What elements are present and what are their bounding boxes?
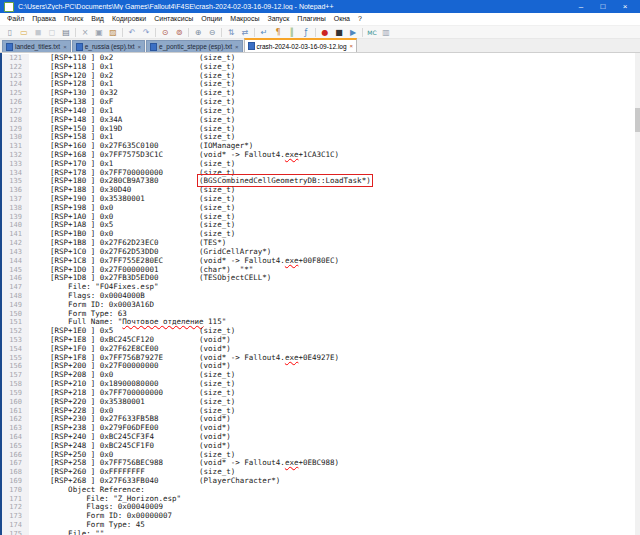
tab-2[interactable]: e_russia (esp).txt× bbox=[72, 40, 145, 52]
tab-label: e_russia (esp).txt bbox=[85, 43, 135, 50]
record-macro-icon[interactable]: ● bbox=[319, 27, 331, 38]
menu-item-7[interactable]: Опции bbox=[197, 13, 226, 25]
line-number: 157 bbox=[2, 371, 29, 380]
line-number: 121 bbox=[2, 54, 29, 63]
menu-item-12[interactable]: ? bbox=[354, 13, 366, 25]
line-number: 146 bbox=[2, 274, 29, 283]
line-number: 124 bbox=[2, 80, 29, 89]
file-icon bbox=[150, 43, 157, 51]
tab-label: crash-2024-02-03-16-09-12.log bbox=[257, 43, 347, 50]
line-number: 152 bbox=[2, 327, 29, 336]
toolbar-separator bbox=[362, 28, 363, 37]
menu-item-10[interactable]: Плагины bbox=[293, 13, 329, 25]
line-number: 127 bbox=[2, 107, 29, 116]
line-number: 165 bbox=[2, 442, 29, 451]
menu-item-3[interactable]: Поиск bbox=[60, 13, 87, 25]
line-number: 134 bbox=[2, 169, 29, 178]
print-icon[interactable]: ▤ bbox=[60, 27, 72, 38]
paste-icon[interactable]: ▨ bbox=[107, 27, 119, 38]
sync-vertical-icon[interactable]: ⇅ bbox=[225, 27, 237, 38]
line-number: 147 bbox=[2, 283, 29, 292]
menu-item-11[interactable]: Окна bbox=[330, 13, 354, 25]
save-icon[interactable]: ◼ bbox=[32, 27, 44, 38]
line-number: 175 bbox=[2, 530, 29, 535]
tab-close-icon[interactable]: × bbox=[63, 44, 67, 50]
line-number: 149 bbox=[2, 301, 29, 310]
menu-item-2[interactable]: Правка bbox=[28, 13, 60, 25]
function-list-icon[interactable]: ƒ bbox=[300, 27, 312, 38]
line-number: 142 bbox=[2, 239, 29, 248]
zoom-out-icon[interactable]: ⊖ bbox=[206, 27, 218, 38]
line-number: 163 bbox=[2, 424, 29, 433]
maximize-button[interactable]: □ bbox=[592, 0, 614, 13]
copy-icon[interactable]: ▣ bbox=[93, 27, 105, 38]
editor-line[interactable]: 175 File: "" bbox=[2, 530, 634, 535]
spellcheck-underline: Почтовое отделение bbox=[122, 317, 203, 326]
spellcheck-underline: exe bbox=[285, 353, 299, 362]
line-number: 148 bbox=[2, 292, 29, 301]
minimize-button[interactable]: – bbox=[570, 0, 592, 13]
new-file-icon[interactable]: ▯ bbox=[4, 27, 16, 38]
find-icon[interactable]: ⊙ bbox=[159, 27, 171, 38]
menu-item-5[interactable]: Кодировки bbox=[108, 13, 150, 25]
crash-highlight-box: (BGSCombinedCellGeometryDB::LoadTask*) bbox=[199, 176, 371, 185]
word-wrap-icon[interactable]: ↵ bbox=[258, 27, 270, 38]
tab-4[interactable]: crash-2024-02-03-16-09-12.log× bbox=[244, 38, 358, 52]
line-number: 123 bbox=[2, 72, 29, 81]
line-number: 130 bbox=[2, 133, 29, 142]
line-number: 141 bbox=[2, 230, 29, 239]
line-number: 135 bbox=[2, 177, 29, 186]
vertical-scrollbar[interactable] bbox=[635, 53, 640, 535]
tab-3[interactable]: e_pontic_steppe (esp).txt× bbox=[146, 40, 243, 52]
menu-item-8[interactable]: Макросы bbox=[226, 13, 263, 25]
spellcheck-underline: exe bbox=[285, 256, 299, 265]
line-number: 143 bbox=[2, 248, 29, 257]
line-number: 173 bbox=[2, 512, 29, 521]
line-number: 151 bbox=[2, 318, 29, 327]
spellcheck-underline: exe bbox=[285, 150, 299, 159]
indent-guide-icon[interactable]: ║ bbox=[286, 27, 298, 38]
toolbar-separator bbox=[155, 28, 156, 37]
play-macro-icon[interactable]: ▶ bbox=[347, 27, 359, 38]
stop-macro-icon[interactable]: ■ bbox=[333, 27, 345, 38]
cut-icon[interactable]: × bbox=[79, 27, 91, 38]
sync-horizontal-icon[interactable]: ⇄ bbox=[239, 27, 251, 38]
line-number: 171 bbox=[2, 495, 29, 504]
editor-surface[interactable]: 121 [RSP+110 ] 0x2 (size_t)122 [RSP+118 … bbox=[0, 53, 640, 535]
replace-icon[interactable]: ⊚ bbox=[173, 27, 185, 38]
tab-close-icon[interactable]: × bbox=[235, 44, 239, 50]
open-folder-icon[interactable]: ▭ bbox=[18, 27, 30, 38]
tab-close-icon[interactable]: × bbox=[350, 43, 354, 49]
toolbar-separator bbox=[254, 28, 255, 37]
document-monitor-icon[interactable]: ▥ bbox=[380, 27, 392, 38]
line-number: 154 bbox=[2, 345, 29, 354]
scrollbar-thumb[interactable] bbox=[635, 108, 640, 132]
tab-1[interactable]: landed_titles.txt× bbox=[2, 40, 71, 52]
line-number: 155 bbox=[2, 354, 29, 363]
line-number: 161 bbox=[2, 407, 29, 416]
menu-item-6[interactable]: Синтаксисы bbox=[150, 13, 197, 25]
line-number: 139 bbox=[2, 213, 29, 222]
menu-item-4[interactable]: Вид bbox=[87, 13, 108, 25]
line-number: 133 bbox=[2, 160, 29, 169]
menubar: ФайлПравкаПоискВидКодировкиСинтаксисыОпц… bbox=[0, 13, 640, 26]
undo-icon[interactable]: ↶ bbox=[126, 27, 138, 38]
menu-item-1[interactable]: Файл bbox=[3, 13, 28, 25]
line-number: 136 bbox=[2, 186, 29, 195]
line-number: 144 bbox=[2, 257, 29, 266]
show-all-characters-icon[interactable]: ¶ bbox=[272, 27, 284, 38]
save-all-icon[interactable]: ◻ bbox=[46, 27, 58, 38]
notepad-plus-plus-app-icon bbox=[4, 2, 14, 12]
close-button[interactable]: × bbox=[614, 0, 636, 13]
multi-clipboard-icon[interactable]: MC bbox=[366, 27, 378, 38]
redo-icon[interactable]: ↷ bbox=[140, 27, 152, 38]
window-title: C:\Users\Zych-PC\Documents\My Games\Fall… bbox=[18, 3, 570, 10]
window-controls: – □ × bbox=[570, 0, 636, 13]
line-number: 122 bbox=[2, 63, 29, 72]
tab-close-icon[interactable]: × bbox=[138, 44, 142, 50]
toolbar-separator bbox=[221, 28, 222, 37]
line-number: 170 bbox=[2, 486, 29, 495]
zoom-in-icon[interactable]: ⊕ bbox=[192, 27, 204, 38]
editor-lines: 121 [RSP+110 ] 0x2 (size_t)122 [RSP+118 … bbox=[2, 54, 634, 535]
menu-item-9[interactable]: Запуск bbox=[263, 13, 293, 25]
